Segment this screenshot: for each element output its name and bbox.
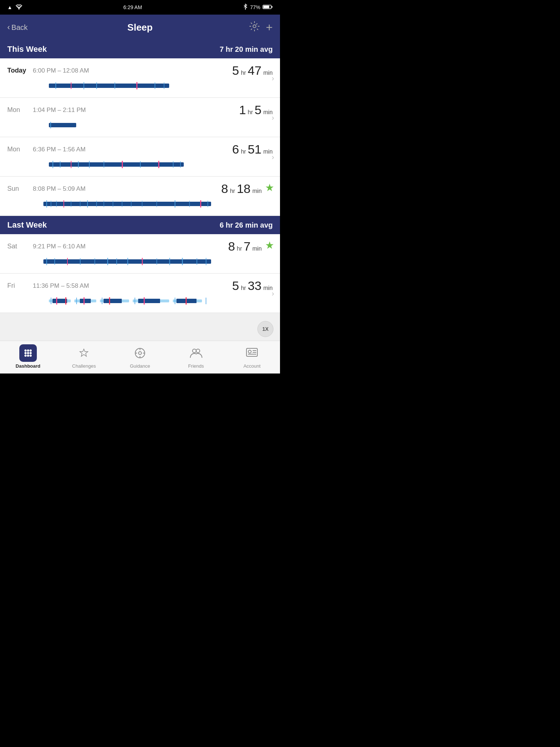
svg-rect-46 [200, 200, 201, 208]
svg-point-101 [196, 349, 200, 353]
sleep-bar-today [7, 81, 273, 92]
svg-rect-61 [197, 258, 197, 265]
scroll-content[interactable]: This Week 7 hr 20 min avg Today 6:00 PM … [0, 40, 280, 341]
svg-rect-17 [49, 162, 184, 167]
star-badge-sat: ★ [265, 239, 274, 251]
svg-rect-58 [156, 258, 157, 265]
add-button[interactable]: + [266, 21, 273, 34]
svg-rect-28 [180, 161, 181, 168]
back-button[interactable]: ‹ Back [7, 23, 51, 32]
svg-rect-27 [173, 161, 174, 168]
chevron-left-icon: ‹ [7, 23, 10, 32]
svg-point-89 [27, 352, 29, 354]
svg-rect-30 [46, 200, 47, 208]
tab-challenges[interactable]: Challenges [56, 344, 112, 369]
svg-point-0 [18, 8, 19, 9]
svg-point-5 [253, 25, 256, 28]
nav-header: ‹ Back Sleep + [0, 15, 280, 40]
svg-rect-60 [182, 258, 183, 265]
svg-rect-45 [189, 201, 190, 207]
challenges-icon-wrap [75, 344, 93, 362]
svg-rect-62 [206, 258, 207, 265]
svg-rect-51 [67, 258, 68, 265]
tab-challenges-label: Challenges [72, 363, 96, 369]
tab-account-label: Account [244, 363, 261, 369]
svg-point-95 [139, 352, 141, 355]
svg-rect-25 [140, 161, 141, 168]
svg-point-90 [30, 352, 32, 354]
bluetooth-icon [243, 4, 248, 11]
settings-button[interactable] [249, 21, 260, 34]
entry-duration-sat: 8 hr 7 min [228, 239, 262, 253]
svg-rect-75 [83, 297, 85, 305]
svg-rect-8 [71, 82, 71, 89]
back-label: Back [11, 23, 27, 32]
tab-dashboard-label: Dashboard [16, 363, 40, 369]
svg-rect-22 [89, 161, 90, 168]
svg-rect-78 [186, 297, 187, 305]
svg-point-87 [30, 349, 32, 352]
sleep-bar-sun [7, 199, 262, 210]
entry-chevron-mon2: › [272, 152, 274, 161]
sleep-bar-sat [7, 256, 262, 268]
svg-point-85 [24, 349, 27, 352]
entry-chevron-today: › [272, 74, 274, 82]
entry-duration-fri: 5 hr 33 min [232, 279, 273, 293]
svg-point-88 [24, 352, 27, 354]
svg-rect-21 [78, 161, 79, 168]
sleep-entry-sat[interactable]: Sat 9:21 PM – 6:10 AM 8 hr 7 min [0, 234, 280, 274]
tab-friends[interactable]: Friends [168, 344, 224, 369]
svg-rect-52 [80, 258, 81, 265]
this-week-label: This Week [7, 44, 47, 54]
svg-rect-24 [122, 161, 123, 168]
entry-time-sat: 9:21 PM – 6:10 AM [29, 243, 228, 250]
sleep-entry-mon1[interactable]: Mon 1:04 PM – 2:11 PM 1 hr 5 min › [0, 98, 280, 137]
svg-rect-13 [155, 82, 155, 89]
nav-actions: + [229, 21, 273, 34]
svg-point-86 [27, 349, 29, 352]
svg-rect-71 [138, 299, 160, 303]
svg-rect-50 [54, 258, 55, 265]
entry-time-mon2: 6:36 PM – 1:56 AM [29, 146, 232, 153]
last-week-label: Last Week [7, 220, 47, 230]
last-week-header: Last Week 6 hr 26 min avg [0, 216, 280, 234]
tab-guidance[interactable]: Guidance [112, 344, 168, 369]
sleep-bar-mon2 [7, 159, 273, 171]
battery-icon [262, 4, 273, 11]
entry-time-fri: 11:36 PM – 5:58 AM [29, 282, 232, 290]
svg-rect-7 [55, 82, 56, 89]
svg-point-92 [27, 355, 29, 357]
svg-rect-12 [136, 82, 137, 89]
sleep-entry-fri[interactable]: Fri 11:36 PM – 5:58 AM 5 hr 33 min [0, 274, 280, 313]
svg-point-93 [30, 355, 32, 357]
zoom-badge[interactable]: 1X [257, 321, 273, 337]
svg-rect-23 [104, 161, 104, 168]
svg-point-103 [248, 350, 251, 353]
svg-rect-9 [83, 82, 84, 89]
entry-duration-today: 5 hr 47 min [232, 63, 273, 78]
svg-rect-80 [76, 298, 77, 304]
tab-account[interactable]: Account [224, 344, 280, 369]
entry-day-fri: Fri [7, 282, 29, 290]
svg-rect-56 [127, 258, 128, 265]
sleep-entry-sun[interactable]: Sun 8:08 PM – 5:09 AM 8 hr 18 min [0, 177, 280, 216]
sleep-bar-fri [7, 296, 273, 307]
app-container: ‹ Back Sleep + This Week 7 hr 20 min avg… [0, 15, 280, 374]
entry-duration-mon2: 6 hr 51 min [232, 142, 273, 156]
this-week-avg: 7 hr 20 min avg [219, 45, 273, 54]
svg-rect-33 [63, 200, 64, 208]
tab-dashboard[interactable]: Dashboard [0, 344, 56, 369]
entry-chevron-mon1: › [272, 113, 274, 121]
sleep-entry-today[interactable]: Today 6:00 PM – 12:08 AM 5 hr 47 min [0, 58, 280, 98]
svg-rect-40 [122, 201, 122, 207]
status-bar-left: ▲ [7, 4, 23, 11]
svg-rect-11 [114, 82, 115, 89]
svg-rect-49 [46, 258, 47, 265]
svg-rect-83 [175, 298, 175, 304]
svg-rect-77 [144, 297, 145, 305]
page-title: Sleep [51, 22, 229, 33]
svg-rect-3 [272, 6, 273, 8]
sleep-entry-mon2[interactable]: Mon 6:36 PM – 1:56 AM 6 hr 51 min [0, 137, 280, 177]
svg-rect-16 [50, 122, 51, 128]
svg-rect-29 [43, 202, 211, 206]
